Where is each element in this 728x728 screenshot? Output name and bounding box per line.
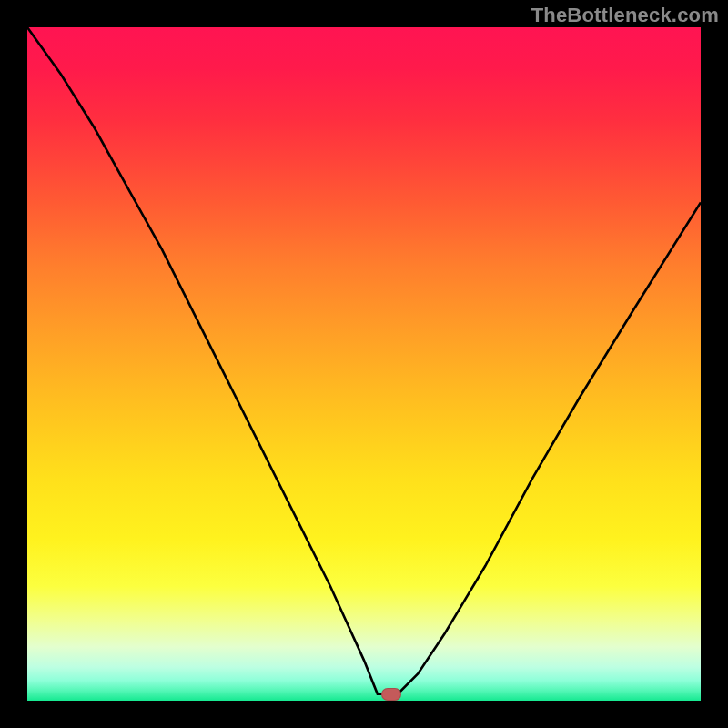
chart-frame: TheBottleneck.com xyxy=(0,0,728,728)
plot-area xyxy=(27,27,701,701)
watermark-text: TheBottleneck.com xyxy=(531,4,719,27)
bottleneck-curve xyxy=(27,27,701,701)
optimal-marker xyxy=(381,688,401,701)
